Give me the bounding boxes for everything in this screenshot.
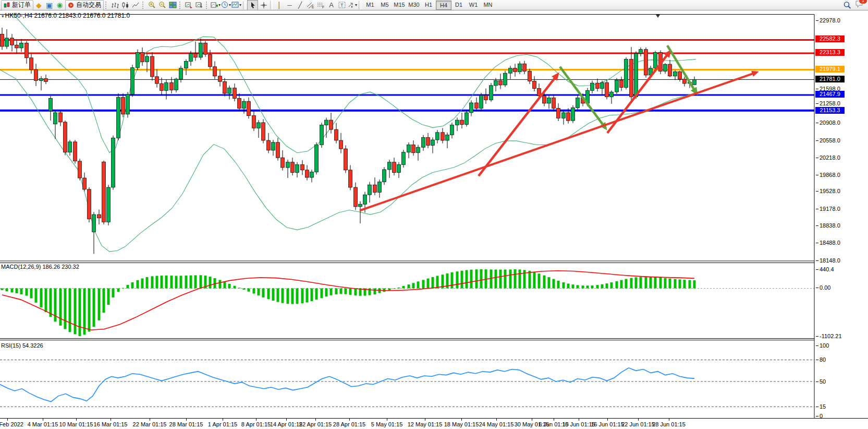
toolbar-separator bbox=[270, 1, 273, 9]
time-tick bbox=[532, 419, 532, 421]
time-tick bbox=[186, 419, 187, 421]
chart-canvas[interactable] bbox=[0, 10, 815, 419]
chart-candles-icon[interactable] bbox=[120, 1, 130, 10]
time-label: 14 Apr 01:15 bbox=[270, 421, 302, 427]
price-flag-22313.3: 22313.3 bbox=[815, 49, 845, 56]
price-tick-20558.0: 20558.0 bbox=[820, 137, 840, 144]
time-label: 22 Mar 01:15 bbox=[133, 421, 167, 427]
main-pane[interactable] bbox=[0, 10, 814, 254]
trendline-icon[interactable]: ╱ bbox=[295, 1, 305, 10]
timeframe-w1[interactable]: W1 bbox=[466, 1, 481, 9]
timeframes-clock-icon[interactable]: ▾ bbox=[221, 1, 231, 10]
time-tick bbox=[425, 419, 425, 421]
trend-arrow-5[interactable] bbox=[360, 72, 757, 210]
autotrade-button[interactable]: 自动交易 bbox=[65, 0, 104, 10]
horizontal-line-icon[interactable]: ─ bbox=[285, 1, 295, 10]
macd-tick-0.00: 0.00 bbox=[820, 284, 830, 291]
chevron-down-icon: ▾ bbox=[239, 3, 241, 7]
price-tick-19868.0: 19868.0 bbox=[820, 172, 840, 178]
timeframe-d1[interactable]: D1 bbox=[451, 1, 466, 9]
crosshair-icon[interactable] bbox=[259, 1, 268, 10]
time-label: 12 May 01:15 bbox=[408, 421, 443, 427]
price-tick-19528.0: 19528.0 bbox=[820, 188, 840, 194]
autotrade-icon bbox=[68, 2, 75, 8]
rsi-pane[interactable] bbox=[0, 360, 814, 407]
arrange-cascade-icon[interactable] bbox=[184, 1, 194, 10]
toolbar: 新订单 ◆ ▣ ◉ 自动交易 ▾ ▾ ▾ │ ─ ╱ E F A T ▾ bbox=[0, 0, 868, 10]
symbol-title: ▾HK50-,H4 21676.0 21843.0 21676.0 21781.… bbox=[2, 12, 130, 19]
macd-indicator-label: MACD(12,26,9) 186.26 230.32 bbox=[1, 264, 79, 270]
chat-icon[interactable]: 1 bbox=[855, 0, 864, 10]
time-tick bbox=[315, 419, 316, 421]
shapes-icon[interactable]: ▾ bbox=[347, 1, 357, 10]
cursor-icon[interactable] bbox=[247, 0, 258, 10]
zoom-in-icon[interactable] bbox=[147, 1, 157, 10]
timeframe-h1[interactable]: H1 bbox=[421, 1, 436, 9]
chat-badge: 1 bbox=[859, 0, 867, 4]
time-label: 22 Apr 01:15 bbox=[299, 421, 332, 427]
time-tick bbox=[286, 419, 287, 421]
svg-text:E: E bbox=[312, 5, 314, 9]
new-order-button[interactable]: 新订单 bbox=[1, 0, 33, 10]
chart-line-icon[interactable] bbox=[131, 1, 141, 10]
timeframe-h4[interactable]: H4 bbox=[436, 1, 451, 10]
time-label: 16 Jun 01:15 bbox=[591, 421, 624, 427]
price-flag-22582.3: 22582.3 bbox=[815, 35, 845, 42]
chart-area[interactable]: ▾HK50-,H4 21676.0 21843.0 21676.0 21781.… bbox=[0, 10, 815, 419]
price-flag-21781.0: 21781.0 bbox=[815, 76, 845, 82]
timeframe-m1[interactable]: M1 bbox=[363, 1, 377, 9]
new-chart-icon[interactable]: ◆ bbox=[34, 1, 44, 10]
timeframe-m30[interactable]: M30 bbox=[407, 1, 421, 9]
chart-menu-icon[interactable]: ▾ bbox=[2, 14, 4, 19]
fibonacci-icon[interactable]: F bbox=[316, 1, 326, 10]
price-tick-18148.0: 18148.0 bbox=[820, 257, 840, 264]
autotrade-label: 自动交易 bbox=[76, 1, 101, 9]
alerts-icon[interactable]: ◉ bbox=[55, 1, 65, 10]
time-label: 28 Mar 01:15 bbox=[169, 421, 203, 427]
profiles-icon[interactable]: ▣ bbox=[44, 1, 54, 10]
timeframe-mn[interactable]: MN bbox=[481, 1, 495, 9]
add-indicator-icon[interactable]: ▾ bbox=[211, 1, 221, 10]
chart-shift-marker[interactable] bbox=[656, 15, 660, 18]
zoom-out-icon[interactable] bbox=[157, 1, 167, 10]
time-label: 18 May 01:15 bbox=[444, 421, 479, 427]
text-icon[interactable]: A bbox=[326, 1, 336, 10]
toolbar-grip bbox=[105, 2, 108, 9]
chart-bars-icon[interactable] bbox=[110, 1, 120, 10]
text-label-icon[interactable]: T bbox=[337, 1, 347, 10]
time-label: 10 Mar 01:15 bbox=[59, 421, 93, 427]
svg-text:F: F bbox=[322, 5, 324, 9]
timeframe-m15[interactable]: M15 bbox=[392, 1, 407, 9]
time-label: 5 May 01:15 bbox=[371, 421, 403, 427]
time-tick bbox=[76, 419, 77, 421]
price-tick-22978.0: 22978.0 bbox=[820, 17, 840, 23]
time-tick bbox=[43, 419, 43, 421]
macd-tick--1102.21: -1102.21 bbox=[820, 333, 842, 339]
rsi-indicator-label: RSI(15) 54.3226 bbox=[1, 342, 43, 349]
timeframe-m5[interactable]: M5 bbox=[377, 1, 392, 9]
chevron-down-icon: ▾ bbox=[355, 3, 357, 7]
chevron-down-icon: ▾ bbox=[218, 3, 221, 7]
price-axis[interactable]: 22978.021598.021258.020908.020558.020218… bbox=[815, 10, 868, 419]
time-label: 1 Apr 01:15 bbox=[208, 421, 237, 427]
price-flag-21979.1: 21979.1 bbox=[815, 66, 845, 73]
timeframe-group: M1M5M15M30H1H4D1W1MN bbox=[363, 1, 495, 10]
arrange-tile-icon[interactable] bbox=[194, 1, 204, 10]
price-tick-19178.0: 19178.0 bbox=[820, 206, 840, 212]
equidistant-channel-icon[interactable]: E bbox=[305, 1, 315, 10]
search-icon[interactable] bbox=[842, 1, 852, 10]
time-tick bbox=[496, 419, 497, 421]
macd-pane[interactable] bbox=[0, 269, 814, 336]
chevron-down-icon: ▾ bbox=[229, 3, 231, 7]
templates-icon[interactable]: ▾ bbox=[231, 1, 241, 10]
time-tick bbox=[256, 419, 256, 421]
toolbar-grip bbox=[179, 2, 182, 9]
price-tick-18838.0: 18838.0 bbox=[820, 222, 840, 229]
toolbar-separator bbox=[243, 1, 246, 9]
tile-windows-icon[interactable] bbox=[168, 1, 178, 10]
macd-tick-440.4: 440.4 bbox=[820, 266, 834, 272]
rsi-tick-100: 100 bbox=[820, 342, 829, 349]
vertical-line-icon[interactable]: │ bbox=[274, 1, 284, 10]
time-axis[interactable]: 28 Feb 20224 Mar 01:1510 Mar 01:1516 Mar… bbox=[0, 418, 868, 429]
time-tick bbox=[349, 419, 350, 421]
